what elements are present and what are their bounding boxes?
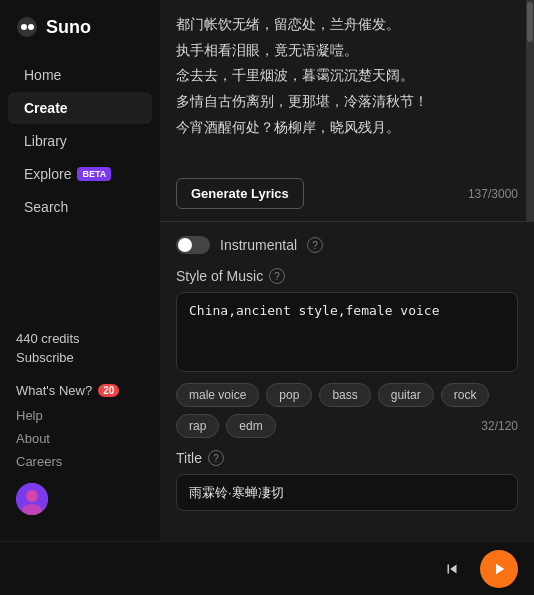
lyrics-line: 都门帐饮无绪，留恋处，兰舟催发。 <box>176 12 518 38</box>
tag-guitar[interactable]: guitar <box>378 383 434 407</box>
sidebar-item-explore[interactable]: ExploreBETA <box>8 158 152 190</box>
sidebar-item-search[interactable]: Search <box>8 191 152 223</box>
style-section: Style of Music ? China,ancient style,fem… <box>160 268 534 450</box>
whats-new-label: What's New? <box>16 383 92 398</box>
instrumental-help-icon[interactable]: ? <box>307 237 323 253</box>
title-label-text: Title <box>176 450 202 466</box>
style-label-text: Style of Music <box>176 268 263 284</box>
lyrics-line: 执手相看泪眼，竟无语凝噎。 <box>176 38 518 64</box>
notification-badge: 20 <box>98 384 119 397</box>
play-button[interactable] <box>480 550 518 588</box>
title-input[interactable] <box>176 474 518 511</box>
sidebar-link-careers[interactable]: Careers <box>0 450 160 473</box>
title-section: Title ? <box>160 450 534 523</box>
style-help-icon[interactable]: ? <box>269 268 285 284</box>
skip-back-icon <box>443 560 461 578</box>
lyrics-line: 念去去，千里烟波，暮霭沉沉楚天阔。 <box>176 63 518 89</box>
svg-point-2 <box>28 24 34 30</box>
style-label: Style of Music ? <box>176 268 518 284</box>
main-content: 都门帐饮无绪，留恋处，兰舟催发。执手相看泪眼，竟无语凝噎。念去去，千里烟波，暮霭… <box>160 0 534 541</box>
style-char-count: 32/120 <box>481 419 518 433</box>
svg-point-4 <box>26 490 38 502</box>
skip-back-button[interactable] <box>436 553 468 585</box>
whats-new-item[interactable]: What's New? 20 <box>0 377 160 404</box>
generate-lyrics-button[interactable]: Generate Lyrics <box>176 178 304 209</box>
player-bar <box>0 541 534 595</box>
lyrics-line: 多情自古伤离别，更那堪，冷落清秋节！ <box>176 89 518 115</box>
lyrics-area: 都门帐饮无绪，留恋处，兰舟催发。执手相看泪眼，竟无语凝噎。念去去，千里烟波，暮霭… <box>160 0 534 222</box>
title-label: Title ? <box>176 450 518 466</box>
avatar[interactable] <box>16 483 48 515</box>
sidebar-item-library[interactable]: Library <box>8 125 152 157</box>
play-icon <box>490 560 508 578</box>
logo: Suno <box>0 16 160 58</box>
avatar-image <box>16 483 48 515</box>
tag-male-voice[interactable]: male voice <box>176 383 259 407</box>
subscribe-button[interactable]: Subscribe <box>16 346 144 369</box>
instrumental-row: Instrumental ? <box>160 222 534 268</box>
lyrics-char-count: 137/3000 <box>468 187 518 201</box>
beta-badge: BETA <box>77 167 111 181</box>
sidebar-item-home[interactable]: Home <box>8 59 152 91</box>
logo-text: Suno <box>46 17 91 38</box>
scroll-thumb <box>527 2 533 42</box>
tag-pop[interactable]: pop <box>266 383 312 407</box>
instrumental-label: Instrumental <box>220 237 297 253</box>
logo-icon <box>16 16 38 38</box>
generate-lyrics-row: Generate Lyrics 137/3000 <box>160 170 534 221</box>
tag-bass[interactable]: bass <box>319 383 370 407</box>
scroll-indicator <box>526 0 534 221</box>
tag-rap[interactable]: rap <box>176 414 219 438</box>
toggle-knob <box>178 238 192 252</box>
credits-text: 440 credits <box>16 331 144 346</box>
tags-row: male voicepopbassguitarrockrapedm32/120 <box>176 383 518 438</box>
tag-edm[interactable]: edm <box>226 414 275 438</box>
sidebar-item-create[interactable]: Create <box>8 92 152 124</box>
sidebar-link-help[interactable]: Help <box>0 404 160 427</box>
tag-rock[interactable]: rock <box>441 383 490 407</box>
style-input[interactable]: China,ancient style,female voice <box>176 292 518 372</box>
lyrics-line: 今宵酒醒何处？杨柳岸，晓风残月。 <box>176 115 518 141</box>
sidebar-link-about[interactable]: About <box>0 427 160 450</box>
svg-point-1 <box>21 24 27 30</box>
instrumental-toggle[interactable] <box>176 236 210 254</box>
title-help-icon[interactable]: ? <box>208 450 224 466</box>
lyrics-container: 都门帐饮无绪，留恋处，兰舟催发。执手相看泪眼，竟无语凝噎。念去去，千里烟波，暮霭… <box>160 0 534 170</box>
